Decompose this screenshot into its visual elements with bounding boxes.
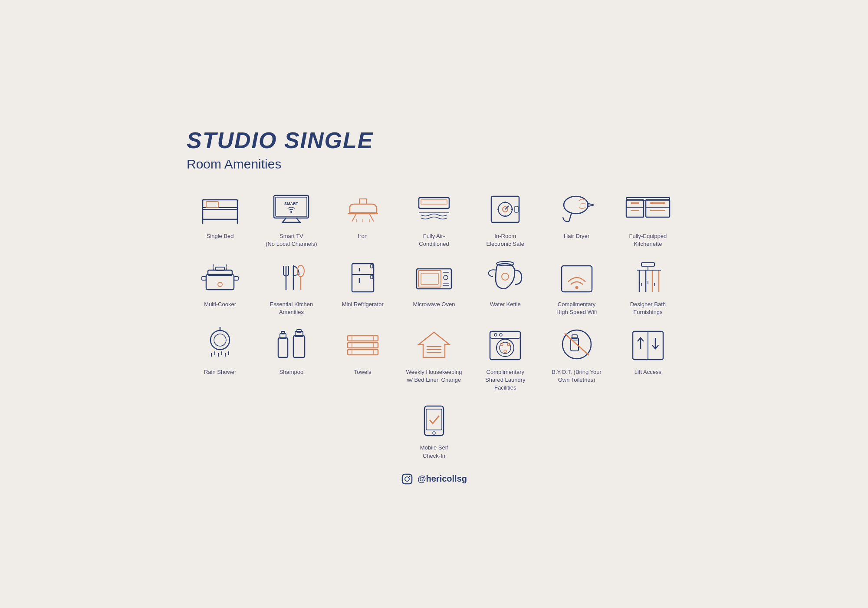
svg-point-25 <box>504 215 506 217</box>
svg-rect-18 <box>419 198 449 208</box>
shampoo-icon <box>267 325 315 364</box>
svg-point-64 <box>444 275 448 280</box>
page-subtitle: Room Amenities <box>187 157 681 172</box>
iron-label: Iron <box>358 232 368 240</box>
shampoo-label: Shampoo <box>279 368 304 376</box>
multi-cooker-icon <box>196 257 244 296</box>
bath-furnishings-label: Designer BathFurnishings <box>630 301 666 316</box>
amenity-mini-refrigerator: Mini Refrigerator <box>329 257 396 316</box>
svg-rect-29 <box>515 206 518 212</box>
svg-line-10 <box>296 218 300 222</box>
hair-dryer-label: Hair Dryer <box>564 232 589 240</box>
svg-point-110 <box>494 334 497 336</box>
footer: @hericollsg <box>187 473 681 485</box>
electronic-safe-label: In-RoomElectronic Safe <box>487 232 524 248</box>
svg-line-14 <box>369 214 374 221</box>
kitchenette-icon <box>624 189 672 228</box>
page: STUDIO SINGLE Room Amenities Single Bed <box>152 101 716 507</box>
svg-point-24 <box>504 202 506 203</box>
single-bed-icon <box>196 189 244 228</box>
svg-rect-36 <box>631 202 639 204</box>
amenity-bath-furnishings: Designer BathFurnishings <box>615 257 681 316</box>
air-conditioned-label: Fully Air-Conditioned <box>419 232 449 248</box>
amenity-air-conditioned: Fully Air-Conditioned <box>401 189 467 248</box>
electronic-safe-icon <box>481 189 529 228</box>
svg-rect-6 <box>276 197 307 216</box>
svg-point-26 <box>497 208 499 210</box>
svg-rect-44 <box>202 277 206 280</box>
amenity-mobile-checkin: Mobile SelfCheck-In <box>404 400 464 459</box>
svg-rect-40 <box>626 198 670 200</box>
amenity-microwave: Microwave Oven <box>401 257 467 316</box>
svg-rect-5 <box>274 195 309 218</box>
instagram-icon <box>401 473 413 485</box>
svg-point-46 <box>218 282 222 287</box>
svg-rect-93 <box>293 336 305 357</box>
amenity-hair-dryer: Hair Dryer <box>543 189 610 248</box>
mobile-checkin-label: Mobile SelfCheck-In <box>420 444 448 459</box>
svg-point-70 <box>575 286 578 289</box>
svg-text:SMART: SMART <box>284 202 298 206</box>
svg-line-9 <box>283 218 286 222</box>
amenity-smart-tv: SMART Smart TV(No Local Channels) <box>258 189 325 248</box>
svg-rect-60 <box>417 269 451 289</box>
svg-rect-58 <box>371 264 373 268</box>
iron-icon <box>339 189 387 228</box>
housekeeping-icon <box>410 325 458 364</box>
bath-furnishings-icon <box>624 257 672 296</box>
kitchen-amenities-icon <box>267 257 315 296</box>
smart-tv-label: Smart TV(No Local Channels) <box>266 232 317 248</box>
single-bed-label: Single Bed <box>207 232 234 240</box>
amenity-laundry: ComplimentaryShared LaundryFacilities <box>472 325 539 392</box>
amenity-multi-cooker: Multi-Cooker <box>187 257 253 316</box>
laundry-label: ComplimentaryShared LaundryFacilities <box>485 368 526 392</box>
microwave-icon <box>410 257 458 296</box>
towels-label: Towels <box>354 368 372 376</box>
svg-point-8 <box>290 211 292 213</box>
byot-label: B.Y.O.T. (Bring YourOwn Toiletries) <box>552 368 602 384</box>
amenity-byot: B.Y.O.T. (Bring YourOwn Toiletries) <box>543 325 610 392</box>
housekeeping-label: Weekly Housekeepingw/ Bed Linen Change <box>406 368 462 384</box>
towels-icon <box>339 325 387 364</box>
air-conditioned-icon <box>410 189 458 228</box>
footer-handle: @hericollsg <box>418 474 467 484</box>
amenity-kitchenette: Fully-EquippedKitchenette <box>615 189 681 248</box>
amenity-wifi: ComplimentaryHigh Speed Wifi <box>543 257 610 316</box>
mini-refrigerator-icon <box>339 257 387 296</box>
svg-point-112 <box>496 339 514 357</box>
wifi-label: ComplimentaryHigh Speed Wifi <box>556 301 597 316</box>
svg-rect-38 <box>631 210 639 211</box>
svg-rect-37 <box>650 202 665 204</box>
svg-point-83 <box>214 334 226 346</box>
laundry-icon <box>481 325 529 364</box>
svg-line-31 <box>569 213 572 221</box>
svg-point-27 <box>511 208 513 210</box>
multi-cooker-label: Multi-Cooker <box>204 301 236 308</box>
amenity-housekeeping: Weekly Housekeepingw/ Bed Linen Change <box>401 325 467 392</box>
svg-point-113 <box>500 342 511 354</box>
svg-rect-62 <box>421 273 438 284</box>
svg-point-130 <box>405 477 409 481</box>
amenities-grid: Single Bed SMART Smart TV(No Local Ch <box>187 189 681 392</box>
amenity-water-kettle: Water Kettle <box>472 257 539 316</box>
svg-rect-45 <box>234 277 238 280</box>
mobile-checkin-icon <box>410 400 458 439</box>
wifi-icon <box>553 257 601 296</box>
svg-rect-126 <box>424 406 444 436</box>
svg-point-131 <box>409 476 411 477</box>
mini-refrigerator-label: Mini Refrigerator <box>342 301 384 308</box>
svg-rect-129 <box>402 474 412 484</box>
byot-icon <box>553 325 601 364</box>
page-title: STUDIO SINGLE <box>187 127 681 153</box>
svg-point-111 <box>500 334 502 336</box>
svg-rect-2 <box>206 202 218 208</box>
hair-dryer-icon <box>553 189 601 228</box>
svg-rect-71 <box>641 263 654 266</box>
svg-rect-92 <box>281 331 285 334</box>
rain-shower-icon <box>196 325 244 364</box>
kitchenette-label: Fully-EquippedKitchenette <box>629 232 667 248</box>
svg-rect-127 <box>426 409 442 430</box>
water-kettle-icon <box>481 257 529 296</box>
amenity-towels: Towels <box>329 325 396 392</box>
lift-label: Lift Access <box>635 368 661 376</box>
